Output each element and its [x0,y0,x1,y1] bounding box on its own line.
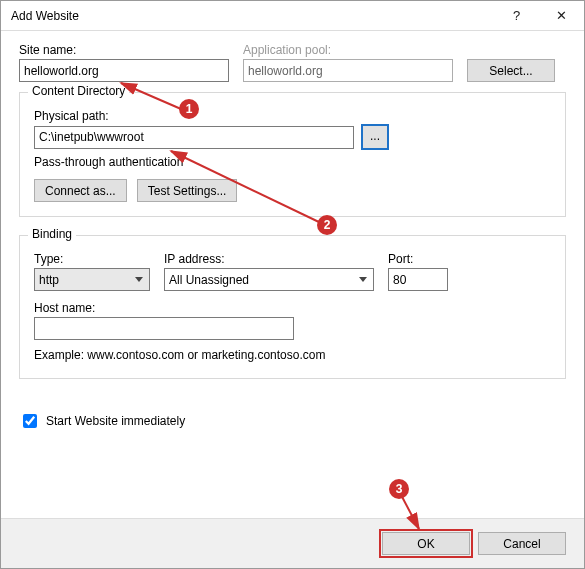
cancel-button[interactable]: Cancel [478,532,566,555]
close-button[interactable]: ✕ [539,1,584,31]
start-immediately-label: Start Website immediately [46,414,185,428]
select-app-pool-button[interactable]: Select... [467,59,555,82]
window-title: Add Website [11,9,494,23]
ok-button[interactable]: OK [382,532,470,555]
binding-group: Binding Type: http IP address: All Unass… [19,235,566,379]
app-pool-label: Application pool: [243,43,453,57]
site-name-input[interactable] [19,59,229,82]
ip-select[interactable]: All Unassigned [164,268,374,291]
ip-label: IP address: [164,252,374,266]
browse-button[interactable]: ... [362,125,388,149]
host-name-input[interactable] [34,317,294,340]
binding-legend: Binding [28,227,76,241]
physical-path-label: Physical path: [34,109,551,123]
connect-as-button[interactable]: Connect as... [34,179,127,202]
app-pool-input [243,59,453,82]
titlebar: Add Website ? ✕ [1,1,584,31]
type-label: Type: [34,252,150,266]
dialog-footer: OK Cancel [1,518,584,568]
passthrough-label: Pass-through authentication [34,155,551,169]
dialog-content: Site name: Application pool: Select... C… [1,31,584,441]
host-example-text: Example: www.contoso.com or marketing.co… [34,348,551,362]
start-immediately-checkbox[interactable] [23,414,37,428]
port-input[interactable] [388,268,448,291]
content-directory-group: Content Directory Physical path: ... Pas… [19,92,566,217]
physical-path-input[interactable] [34,126,354,149]
type-select[interactable]: http [34,268,150,291]
site-name-label: Site name: [19,43,229,57]
annotation-badge-3: 3 [389,479,409,499]
port-label: Port: [388,252,448,266]
content-directory-legend: Content Directory [28,84,129,98]
help-button[interactable]: ? [494,1,539,31]
test-settings-button[interactable]: Test Settings... [137,179,238,202]
host-name-label: Host name: [34,301,551,315]
